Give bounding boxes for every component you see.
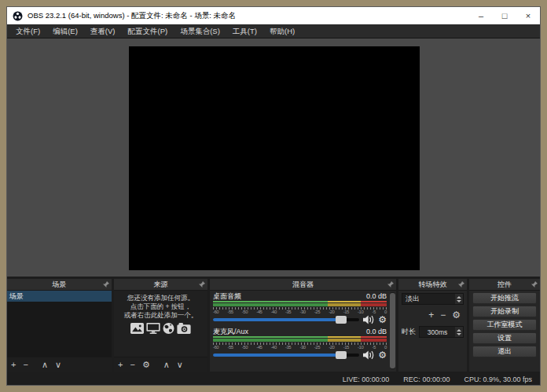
mixer-body: 桌面音频 0.0 dB -60-55-50-45-40-35-30-25-20-…	[210, 291, 396, 372]
start-recording-button[interactable]: 开始录制	[472, 306, 537, 317]
arrow-up-icon	[457, 329, 461, 332]
scene-down-button[interactable]: ∨	[55, 357, 61, 372]
sources-panel: 来源 您还没有添加任何源。 点击下面的 + 按钮， 或者右击此处添加一个。	[114, 279, 207, 372]
transition-select[interactable]: 淡出	[402, 293, 464, 305]
arrow-down-icon	[457, 300, 461, 302]
maximize-button[interactable]: □	[493, 7, 516, 24]
transitions-body: 淡出 + − ⚙ 时长 300ms	[398, 291, 467, 372]
close-button[interactable]: ×	[516, 7, 540, 24]
display-source-icon	[146, 323, 160, 334]
sources-toolbar: + − ⚙ ∧ ∨	[114, 357, 207, 372]
add-transition-button[interactable]: +	[428, 308, 434, 322]
channel-name: 桌面音频	[213, 292, 241, 301]
sources-panel-header[interactable]: 来源	[114, 279, 207, 291]
volume-slider[interactable]	[213, 354, 359, 357]
channel-settings-gear-icon[interactable]: ⚙	[378, 350, 387, 361]
remove-source-button[interactable]: −	[130, 357, 134, 372]
preview-area	[7, 38, 540, 277]
studio-mode-button[interactable]: 工作室模式	[472, 319, 537, 331]
controls-body: 开始推流 开始录制 工作室模式 设置 退出	[469, 291, 540, 372]
speaker-icon[interactable]	[363, 350, 374, 360]
combobox-arrows[interactable]	[455, 294, 463, 304]
add-source-button[interactable]: +	[118, 357, 123, 372]
volume-meter	[213, 336, 387, 338]
scene-up-button[interactable]: ∧	[42, 357, 48, 372]
scenes-panel: 场景 场景 + − ∧ ∨	[7, 279, 112, 372]
channel-name: 麦克风/Aux	[213, 328, 248, 336]
scene-list: 场景	[7, 291, 112, 357]
spinbox-arrows[interactable]	[455, 327, 463, 337]
image-source-icon	[130, 323, 144, 334]
sources-panel-title: 来源	[154, 280, 168, 290]
volume-slider[interactable]	[213, 318, 359, 321]
menu-file[interactable]: 文件(F)	[9, 24, 46, 38]
volume-slider-handle[interactable]	[336, 351, 347, 359]
scene-list-item[interactable]: 场景	[7, 291, 112, 302]
source-type-icons	[130, 323, 191, 334]
menu-scene-collection[interactable]: 场景集合(S)	[174, 24, 226, 38]
status-bar: LIVE: 00:00:00 REC: 00:00:00 CPU: 0.9%, …	[7, 374, 540, 385]
controls-panel-header[interactable]: 控件	[469, 279, 540, 291]
controls-panel: 控件 开始推流 开始录制 工作室模式 设置 退出	[469, 279, 540, 372]
start-streaming-button[interactable]: 开始推流	[472, 292, 537, 304]
obs-logo-icon	[13, 11, 23, 21]
pin-icon[interactable]	[199, 281, 205, 288]
pin-icon[interactable]	[458, 281, 464, 288]
remove-transition-button[interactable]: −	[440, 308, 446, 322]
minimize-button[interactable]: –	[469, 7, 493, 24]
remove-scene-button[interactable]: −	[23, 357, 28, 372]
desktop: { "window": { "title": "OBS 23.2.1 (64-b…	[0, 0, 547, 392]
duration-spinbox[interactable]: 300ms	[419, 326, 464, 338]
rec-time-status: REC: 00:00:00	[403, 376, 450, 383]
sources-empty-line: 点击下面的 + 按钮，	[130, 302, 192, 311]
dock-row: 场景 场景 + − ∧ ∨ 来源 您还没有添加任何源。 点击下面的 + 按钮，	[7, 277, 540, 374]
menu-view[interactable]: 查看(V)	[84, 24, 122, 38]
sources-empty-line: 或者右击此处添加一个。	[124, 311, 198, 320]
pin-icon[interactable]	[103, 281, 109, 288]
duration-value: 300ms	[420, 328, 455, 336]
sources-empty-state[interactable]: 您还没有添加任何源。 点击下面的 + 按钮， 或者右击此处添加一个。	[114, 291, 207, 357]
scenes-panel-title: 场景	[53, 280, 67, 290]
volume-slider-handle[interactable]	[336, 316, 347, 324]
menu-tools[interactable]: 工具(T)	[226, 24, 263, 38]
pin-icon[interactable]	[531, 281, 538, 288]
controls-panel-title: 控件	[497, 280, 512, 290]
menu-edit[interactable]: 编辑(E)	[46, 24, 84, 38]
channel-db-value: 0.0 dB	[366, 328, 387, 336]
menu-profile[interactable]: 配置文件(P)	[121, 24, 174, 38]
scenes-panel-header[interactable]: 场景	[7, 279, 112, 291]
exit-button[interactable]: 退出	[472, 346, 537, 357]
pin-icon[interactable]	[387, 281, 394, 288]
program-canvas	[129, 46, 420, 270]
mixer-scrollbar[interactable]	[390, 292, 395, 369]
mixer-panel-header[interactable]: 混音器	[210, 279, 396, 291]
mixer-channel-desktop-audio: 桌面音频 0.0 dB -60-55-50-45-40-35-30-25-20-…	[213, 292, 387, 325]
scenes-toolbar: + − ∧ ∨	[7, 357, 112, 372]
browser-source-icon	[163, 323, 174, 334]
volume-meter	[213, 301, 387, 302]
menu-bar: 文件(F) 编辑(E) 查看(V) 配置文件(P) 场景集合(S) 工具(T) …	[7, 24, 540, 38]
speaker-icon[interactable]	[363, 315, 374, 324]
window-title: OBS 23.2.1 (64-bit, windows) - 配置文件: 未命名…	[28, 11, 236, 21]
source-down-button[interactable]: ∨	[177, 357, 183, 372]
live-time-status: LIVE: 00:00:00	[343, 376, 390, 383]
duration-label: 时长	[402, 327, 416, 337]
scrollbar-thumb[interactable]	[390, 293, 395, 368]
settings-button[interactable]: 设置	[472, 332, 537, 344]
source-properties-button[interactable]: ⚙	[142, 357, 150, 372]
menu-help[interactable]: 帮助(H)	[263, 24, 301, 38]
transition-selected-value: 淡出	[402, 294, 455, 304]
mixer-panel: 混音器 桌面音频 0.0 dB -60-55-50-45-40-35-30-25…	[210, 279, 396, 372]
channel-settings-gear-icon[interactable]: ⚙	[378, 314, 387, 325]
obs-window: OBS 23.2.1 (64-bit, windows) - 配置文件: 未命名…	[6, 6, 541, 386]
add-scene-button[interactable]: +	[11, 357, 16, 372]
transitions-panel-header[interactable]: 转场特效	[398, 279, 467, 291]
mixer-panel-title: 混音器	[292, 280, 314, 290]
window-controls: – □ ×	[469, 7, 540, 24]
arrow-down-icon	[457, 333, 461, 335]
sources-empty-line: 您还没有添加任何源。	[127, 294, 194, 302]
source-up-button[interactable]: ∧	[163, 357, 170, 372]
camera-source-icon	[177, 323, 191, 334]
transition-buttons: + − ⚙	[402, 305, 464, 324]
transition-properties-button[interactable]: ⚙	[452, 308, 461, 322]
